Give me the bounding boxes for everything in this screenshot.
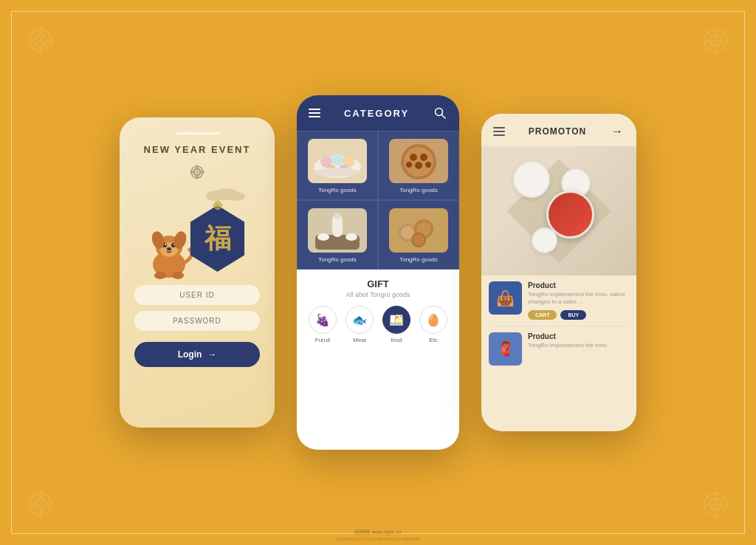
login-illustration: 福 <box>145 161 249 279</box>
etc-icon-circle: 🥚 <box>419 306 447 334</box>
gift-item-fruit[interactable]: 🍇 Furuit <box>309 306 337 343</box>
svg-line-49 <box>441 114 445 118</box>
product-item-1: 👜 Product TongRo implemented the inno- v… <box>489 281 629 326</box>
category-item-2[interactable]: TongRo goods <box>378 131 459 200</box>
login-top-line <box>175 132 219 134</box>
food-image-4 <box>389 208 448 253</box>
fruit-label: Furuit <box>315 337 330 343</box>
svg-point-37 <box>165 244 166 245</box>
login-fields <box>134 285 260 331</box>
product-name-2: Product <box>528 332 629 340</box>
gift-item-food[interactable]: 🍱 food <box>382 306 410 343</box>
svg-point-42 <box>154 272 166 279</box>
bg-ornament-br <box>690 479 741 530</box>
gift-section: GIFT All abot Tongro goods 🍇 Furuit 🐟 Me… <box>297 270 459 349</box>
product-btns-1: CART BUY <box>528 310 629 320</box>
bg-ornament-bl <box>15 479 66 530</box>
svg-point-63 <box>425 162 431 168</box>
menu-line-2 <box>309 112 320 114</box>
category-label-3: TongRo goods <box>318 256 357 263</box>
etc-emoji: 🥚 <box>426 313 441 327</box>
menu-line-3 <box>309 116 320 117</box>
meat-emoji: 🐟 <box>352 313 367 327</box>
svg-point-68 <box>346 233 357 241</box>
phone-category: CATEGORY <box>297 95 459 450</box>
svg-point-74 <box>413 234 425 246</box>
login-title: NEW YEAR EVENT <box>144 144 251 155</box>
product-info-2: Product TongRo implemented the inno- <box>528 332 629 353</box>
gift-subtitle: All abot Tongro goods <box>304 291 452 298</box>
fu-character: 福 <box>205 225 231 252</box>
category-item-1[interactable]: TongRo goods <box>297 131 378 200</box>
user-id-input[interactable] <box>134 285 260 305</box>
food-image-2 <box>389 139 448 183</box>
category-title: CATEGORY <box>320 108 433 119</box>
cart-button-1[interactable]: CART <box>528 310 557 320</box>
food-image-3 <box>308 208 367 253</box>
category-label-2: TongRo goods <box>399 187 438 193</box>
login-label: Login <box>178 349 202 360</box>
hex-knot <box>210 198 225 213</box>
phone-promo: PROMOTON → <box>481 114 636 431</box>
hamburger-menu-icon[interactable] <box>309 109 320 117</box>
category-item-3[interactable]: TongRo goods <box>297 200 378 270</box>
gift-item-meat[interactable]: 🐟 Meat <box>346 306 374 343</box>
hex-container: 福 <box>186 205 249 272</box>
promo-header: PROMOTON → <box>481 114 636 146</box>
promo-arrow: → <box>611 125 623 138</box>
svg-point-31 <box>229 192 245 201</box>
buy-button-1[interactable]: BUY <box>560 310 586 320</box>
product-list: 👜 Product TongRo implemented the inno- v… <box>481 275 636 377</box>
search-icon[interactable] <box>433 106 447 120</box>
svg-point-39 <box>167 247 171 250</box>
watermark-id: ID:26246157 NO:20180704011744856038 <box>336 537 419 541</box>
product-info-1: Product TongRo implemented the inno- vat… <box>528 281 629 320</box>
fruit-icon-circle: 🍇 <box>309 306 337 334</box>
product-thumb-1: 👜 <box>489 281 522 315</box>
login-button[interactable]: Login → <box>134 342 260 367</box>
bg-ornament-tr <box>690 15 741 66</box>
gift-title: GIFT <box>304 278 452 289</box>
svg-point-56 <box>315 168 360 176</box>
bg-ornament-tl <box>15 15 66 66</box>
fruit-emoji: 🍇 <box>315 313 330 327</box>
promo-hamburger-icon[interactable] <box>493 127 505 136</box>
promo-menu-line-3 <box>493 134 505 136</box>
gift-item-etc[interactable]: 🥚 Etc <box>419 306 447 343</box>
knot-icon <box>186 161 208 183</box>
category-label-4: TongRo goods <box>399 256 438 263</box>
etc-label: Etc <box>429 337 438 343</box>
svg-point-67 <box>317 233 329 241</box>
promo-menu-line-1 <box>493 127 505 128</box>
product-name-1: Product <box>528 281 629 289</box>
category-header: CATEGORY <box>297 95 459 131</box>
svg-point-59 <box>410 154 417 161</box>
promo-title: PROMOTON <box>529 126 586 137</box>
svg-point-62 <box>406 162 412 168</box>
gift-icons: 🍇 Furuit 🐟 Meat 🍱 food <box>304 306 452 343</box>
food-icon-circle: 🍱 <box>382 306 410 334</box>
promo-hero <box>481 146 636 275</box>
svg-rect-66 <box>334 213 340 219</box>
login-arrow: → <box>207 349 216 360</box>
bowl-3 <box>532 227 557 253</box>
meat-icon-circle: 🐟 <box>346 306 374 334</box>
svg-point-52 <box>331 154 343 165</box>
login-top-bar <box>134 132 260 134</box>
bowl-1 <box>513 161 550 198</box>
menu-line-1 <box>309 109 320 110</box>
category-label-1: TongRo goods <box>318 187 357 193</box>
promo-arrow-icon[interactable]: → <box>610 124 625 139</box>
svg-point-61 <box>415 162 422 169</box>
food-label: food <box>391 337 402 343</box>
phone-login: NEW YEAR EVENT <box>120 117 275 428</box>
promo-menu-line-2 <box>493 131 505 132</box>
product-desc-2: TongRo implemented the inno- <box>528 342 629 349</box>
password-input[interactable] <box>134 311 260 331</box>
product-thumb-2: 🧣 <box>489 332 522 366</box>
svg-point-60 <box>420 154 427 161</box>
category-item-4[interactable]: TongRo goods <box>378 200 459 270</box>
watermark-container: 昵图网 www.nipic.cn ID:26246157 NO:20180704… <box>336 529 419 541</box>
svg-point-43 <box>172 272 184 279</box>
category-grid: TongRo goods TongRo goods <box>297 131 459 270</box>
